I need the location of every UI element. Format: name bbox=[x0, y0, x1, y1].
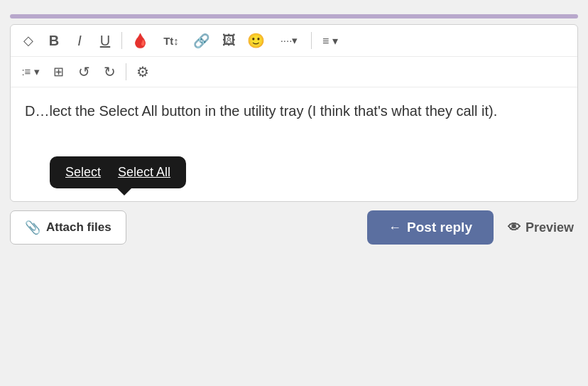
italic-button[interactable]: I bbox=[67, 28, 92, 53]
toolbar-divider-2 bbox=[311, 32, 312, 49]
attach-files-button[interactable]: 📎 Attach files bbox=[10, 210, 126, 245]
more-icon: ····▾ bbox=[281, 34, 298, 47]
list-icon: :≡ ▾ bbox=[21, 65, 39, 78]
toolbar-divider-1 bbox=[121, 32, 122, 49]
undo-button[interactable]: ↺ bbox=[72, 60, 96, 84]
tooltip-arrow bbox=[117, 188, 131, 195]
italic-icon: I bbox=[77, 33, 82, 49]
more-button[interactable]: ····▾ bbox=[271, 28, 307, 53]
post-reply-button[interactable]: ← Post reply bbox=[367, 210, 494, 245]
toolbar-divider-3 bbox=[126, 63, 126, 80]
tooltip-popup: Select Select All bbox=[50, 156, 186, 188]
post-reply-arrow-icon: ← bbox=[388, 220, 401, 235]
image-button[interactable]: 🖼 bbox=[217, 28, 241, 53]
preview-button[interactable]: 👁 Preview bbox=[503, 213, 578, 242]
attach-label: Attach files bbox=[46, 220, 111, 235]
emoji-button[interactable]: 🙂 bbox=[242, 28, 270, 53]
action-bar: 📎 Attach files ← Post reply 👁 Preview bbox=[10, 202, 578, 245]
bold-button[interactable]: B bbox=[42, 28, 66, 53]
underline-button[interactable]: U bbox=[93, 28, 117, 53]
align-button[interactable]: ≡ ▾ bbox=[316, 28, 344, 53]
eraser-button[interactable]: ◇ bbox=[16, 28, 40, 53]
redo-icon: ↻ bbox=[104, 63, 116, 80]
list-button[interactable]: :≡ ▾ bbox=[16, 60, 45, 84]
font-size-button[interactable]: Tt↕ bbox=[156, 28, 187, 53]
bold-icon: B bbox=[49, 33, 59, 49]
top-accent-bar bbox=[10, 14, 578, 18]
settings-icon: ⚙ bbox=[136, 63, 149, 80]
table-button[interactable]: ⊞ bbox=[46, 60, 70, 84]
undo-icon: ↺ bbox=[78, 63, 90, 80]
settings-button[interactable]: ⚙ bbox=[131, 60, 155, 84]
select-button[interactable]: Select bbox=[62, 163, 104, 181]
toolbar-row-2: :≡ ▾ ⊞ ↺ ↻ ⚙ bbox=[11, 57, 577, 87]
font-size-icon: Tt↕ bbox=[163, 35, 179, 47]
attach-icon: 📎 bbox=[25, 220, 40, 235]
preview-label: Preview bbox=[526, 220, 574, 235]
emoji-icon: 🙂 bbox=[247, 32, 265, 49]
content-text: D…lect the Select All button in the util… bbox=[25, 103, 497, 119]
redo-button[interactable]: ↻ bbox=[97, 60, 121, 84]
color-icon: 🩸 bbox=[131, 32, 149, 49]
eraser-icon: ◇ bbox=[23, 33, 33, 48]
align-icon: ≡ ▾ bbox=[322, 34, 338, 48]
color-button[interactable]: 🩸 bbox=[126, 28, 154, 53]
toolbar-row-1: ◇ B I U 🩸 Tt↕ 🔗 🖼 bbox=[11, 25, 577, 57]
post-reply-label: Post reply bbox=[407, 220, 472, 235]
preview-icon: 👁 bbox=[508, 220, 521, 235]
editor-container: ◇ B I U 🩸 Tt↕ 🔗 🖼 bbox=[10, 24, 578, 202]
link-icon: 🔗 bbox=[193, 33, 210, 49]
link-button[interactable]: 🔗 bbox=[188, 28, 215, 53]
image-icon: 🖼 bbox=[222, 33, 236, 48]
table-icon: ⊞ bbox=[53, 64, 64, 80]
select-all-button[interactable]: Select All bbox=[115, 163, 173, 181]
underline-icon: U bbox=[100, 33, 110, 49]
